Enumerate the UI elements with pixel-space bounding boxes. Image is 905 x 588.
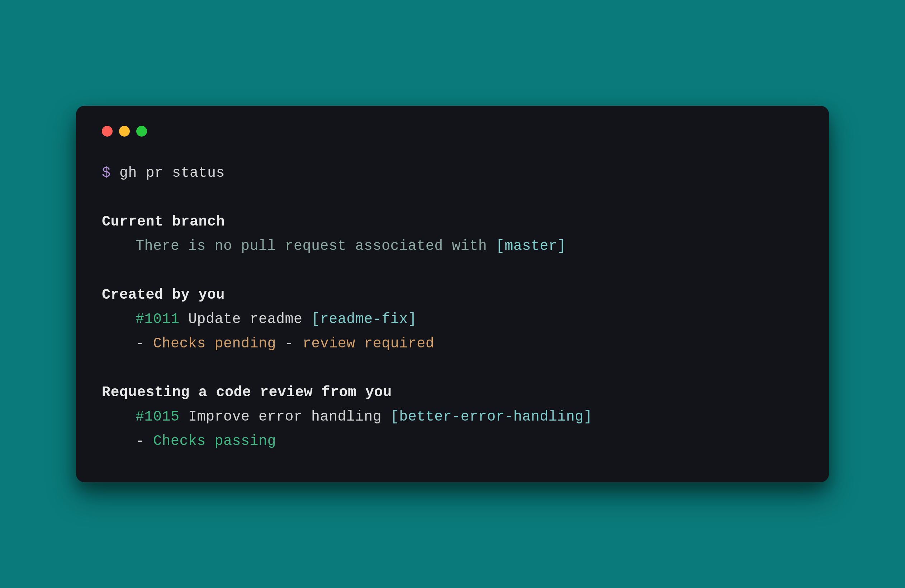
command-prompt-line: $ gh pr status xyxy=(102,161,803,185)
status-dash: - xyxy=(135,433,144,449)
command-text: gh pr status xyxy=(119,165,225,181)
created-by-you-section: Created by you #1011 Update readme [read… xyxy=(102,283,803,356)
current-branch-section: Current branch There is no pull request … xyxy=(102,210,803,259)
pr-title: Improve error handling xyxy=(188,409,381,425)
checks-passing-status: Checks passing xyxy=(153,433,276,449)
pr-status-line: - Checks passing xyxy=(102,429,803,453)
section-header: Requesting a code review from you xyxy=(102,380,803,405)
checks-pending-status: Checks pending xyxy=(153,335,276,352)
current-branch-message: There is no pull request associated with… xyxy=(102,234,803,259)
close-icon[interactable] xyxy=(102,126,113,137)
status-dash: - xyxy=(285,335,294,352)
terminal-window: $ gh pr status Current branch There is n… xyxy=(76,106,829,482)
window-controls xyxy=(102,126,803,137)
branch-name: [better-error-handling] xyxy=(391,409,593,425)
pr-number: #1011 xyxy=(135,311,179,327)
terminal-content: $ gh pr status Current branch There is n… xyxy=(102,161,803,453)
section-header: Created by you xyxy=(102,283,803,307)
pr-title: Update readme xyxy=(188,311,303,327)
branch-name: [readme-fix] xyxy=(311,311,417,327)
no-pr-message: There is no pull request associated with xyxy=(135,238,496,254)
requesting-review-section: Requesting a code review from you #1015 … xyxy=(102,380,803,453)
minimize-icon[interactable] xyxy=(119,126,130,137)
prompt-symbol: $ xyxy=(102,165,111,181)
review-required-status: review required xyxy=(303,335,435,352)
status-dash: - xyxy=(135,335,144,352)
pr-status-line: - Checks pending - review required xyxy=(102,332,803,356)
branch-name: [master] xyxy=(496,238,566,254)
section-header: Current branch xyxy=(102,210,803,234)
pr-line: #1015 Improve error handling [better-err… xyxy=(102,405,803,429)
pr-line: #1011 Update readme [readme-fix] xyxy=(102,307,803,332)
pr-number: #1015 xyxy=(135,409,179,425)
maximize-icon[interactable] xyxy=(136,126,147,137)
